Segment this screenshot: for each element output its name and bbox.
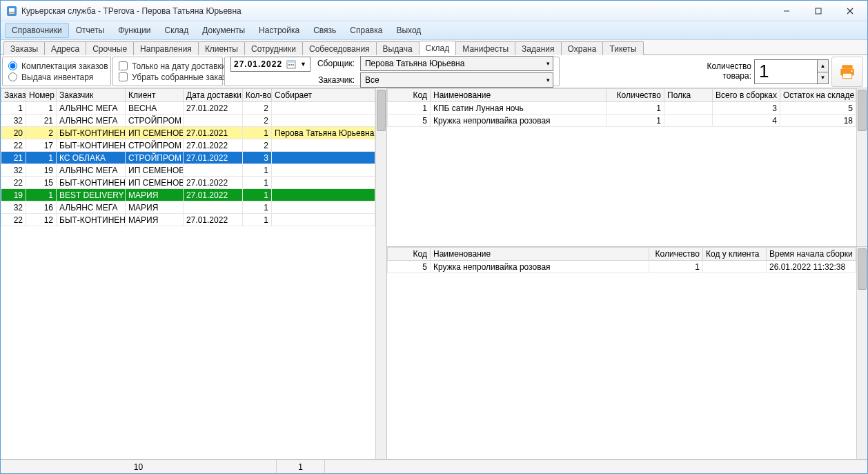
orders-grid[interactable]: ЗаказНомерЗаказчикКлиентДата доставкиКол… bbox=[1, 88, 375, 459]
statusbar: 10 1 bbox=[1, 460, 867, 473]
column-header[interactable]: Клиент bbox=[126, 89, 184, 102]
svg-rect-1 bbox=[9, 8, 14, 12]
column-header[interactable]: Остаток на складе bbox=[780, 89, 856, 102]
column-header[interactable]: Наименование bbox=[431, 248, 649, 261]
menu-item-7[interactable]: Справка bbox=[343, 23, 389, 38]
column-header[interactable]: Всего в сборках bbox=[713, 89, 780, 102]
table-row[interactable]: 1КПБ сатин Лунная ночь135 bbox=[388, 102, 856, 115]
stock-scrollbar[interactable] bbox=[856, 88, 867, 246]
column-header[interactable]: Код bbox=[388, 89, 431, 102]
svg-point-15 bbox=[851, 70, 852, 71]
column-header[interactable]: Номер bbox=[26, 89, 57, 102]
column-header[interactable]: Код bbox=[388, 248, 431, 261]
menu-item-3[interactable]: Склад bbox=[157, 23, 195, 38]
menubar: СправочникиОтчетыФункцииСкладДокументыНа… bbox=[1, 21, 867, 40]
quantity-spinner[interactable]: 1 ▲ ▼ bbox=[754, 59, 829, 84]
tab-11[interactable]: Охрана bbox=[561, 41, 604, 55]
tab-5[interactable]: Сотрудники bbox=[244, 41, 303, 55]
menu-item-1[interactable]: Отчеты bbox=[69, 23, 111, 38]
mode-option-inventory[interactable]: Выдача инвентаря bbox=[8, 72, 105, 82]
mode-panel: Комплектация заказов Выдача инвентаря bbox=[2, 57, 111, 86]
calendar-icon[interactable] bbox=[286, 59, 296, 69]
left-pane: ЗаказНомерЗаказчикКлиентДата доставкиКол… bbox=[1, 88, 387, 459]
tab-7[interactable]: Выдача bbox=[376, 41, 420, 55]
table-row[interactable]: 2215БЫТ-КОНТИНЕНТИП СЕМЕНОВ27.01.20221 bbox=[1, 177, 375, 189]
table-row[interactable]: 5Кружка непроливайка розовая126.01.2022 … bbox=[388, 261, 856, 273]
quantity-value[interactable]: 1 bbox=[755, 61, 817, 82]
picking-grid[interactable]: КодНаименованиеКоличествоКод у клиентаВр… bbox=[387, 247, 856, 459]
svg-rect-10 bbox=[290, 64, 292, 66]
date-value: 27.01.2022 bbox=[234, 59, 282, 69]
column-header[interactable]: Заказ bbox=[1, 89, 26, 102]
quantity-label: Количество товара: bbox=[707, 62, 751, 80]
svg-rect-8 bbox=[287, 61, 295, 63]
picker-select[interactable]: Перова Татьяна Юрьевна▾ bbox=[360, 56, 553, 71]
app-window: Курьерская служба - TPerova - Перова Тат… bbox=[0, 0, 868, 474]
tabbar: ЗаказыАдресаСрочныеНаправленияКлиентыСот… bbox=[1, 40, 867, 55]
quantity-down-button[interactable]: ▼ bbox=[817, 72, 828, 83]
tab-6[interactable]: Собеседования bbox=[302, 41, 377, 55]
column-header[interactable]: Кол-во bbox=[243, 89, 272, 102]
tab-9[interactable]: Манифесты bbox=[455, 41, 515, 55]
menu-item-8[interactable]: Выход bbox=[389, 23, 428, 38]
date-picker[interactable]: 27.01.2022 ▼ bbox=[230, 57, 310, 72]
picker-label: Сборщик: bbox=[313, 59, 355, 68]
tab-3[interactable]: Направления bbox=[133, 41, 199, 55]
picking-scrollbar[interactable] bbox=[856, 247, 867, 459]
column-header[interactable]: Собирает bbox=[272, 89, 375, 102]
column-header[interactable]: Полка bbox=[664, 89, 713, 102]
table-row[interactable]: 2212БЫТ-КОНТИНЕНТМАРИЯ27.01.20221 bbox=[1, 214, 375, 226]
quantity-block: Количество товара: 1 ▲ ▼ bbox=[707, 57, 866, 86]
menu-item-5[interactable]: Настройка bbox=[252, 23, 306, 38]
stock-grid[interactable]: КодНаименованиеКоличествоПолкаВсего в сб… bbox=[387, 88, 856, 246]
tab-4[interactable]: Клиенты bbox=[198, 41, 245, 55]
tab-12[interactable]: Тикеты bbox=[602, 41, 643, 55]
table-row[interactable]: 11АЛЬЯНС МЕГАВЕСНА27.01.20222 bbox=[1, 102, 375, 115]
table-row[interactable]: 211КС ОБЛАКАСТРОЙПРОМ27.01.20223 bbox=[1, 152, 375, 164]
svg-rect-12 bbox=[842, 65, 852, 68]
table-row[interactable]: 202БЫТ-КОНТИНЕНТИП СЕМЕНОВ27.01.20211Пер… bbox=[1, 127, 375, 139]
table-row[interactable]: 191BEST DELIVERYМАРИЯ27.01.20221 bbox=[1, 189, 375, 201]
column-header[interactable]: Код у клиента bbox=[703, 248, 767, 261]
column-header[interactable]: Время начала сборки bbox=[767, 248, 856, 261]
chevron-down-icon[interactable]: ▼ bbox=[300, 61, 307, 68]
orders-scrollbar[interactable] bbox=[375, 88, 386, 459]
menu-item-2[interactable]: Функции bbox=[111, 23, 157, 38]
menu-item-4[interactable]: Документы bbox=[195, 23, 252, 38]
status-cell-2: 1 bbox=[277, 460, 325, 473]
quantity-up-button[interactable]: ▲ bbox=[817, 60, 828, 72]
table-row[interactable]: 5Кружка непроливайка розовая1418 bbox=[388, 115, 856, 127]
tab-1[interactable]: Адреса bbox=[44, 41, 86, 55]
svg-rect-14 bbox=[843, 73, 852, 79]
remove-collected-checkbox[interactable]: Убрать собранные заказы bbox=[119, 72, 217, 82]
customer-label: Заказчик: bbox=[313, 75, 355, 85]
column-header[interactable]: Заказчик bbox=[57, 89, 126, 102]
tab-8[interactable]: Склад bbox=[419, 41, 457, 55]
table-row[interactable]: 3221АЛЬЯНС МЕГАСТРОЙПРОМ2 bbox=[1, 115, 375, 127]
only-date-checkbox[interactable]: Только на дату доставки: bbox=[119, 61, 217, 71]
svg-rect-4 bbox=[816, 8, 821, 14]
tab-10[interactable]: Задания bbox=[515, 41, 561, 55]
chevron-down-icon: ▾ bbox=[546, 60, 550, 67]
column-header[interactable]: Дата доставки bbox=[184, 89, 243, 102]
filters-panel: Только на дату доставки: Убрать собранны… bbox=[112, 57, 223, 86]
tab-0[interactable]: Заказы bbox=[3, 41, 45, 55]
table-row[interactable]: 3219АЛЬЯНС МЕГАИП СЕМЕНОВ1 bbox=[1, 164, 375, 177]
close-button[interactable] bbox=[834, 1, 866, 21]
app-icon bbox=[6, 6, 17, 17]
mode-option-picking[interactable]: Комплектация заказов bbox=[8, 61, 105, 71]
print-button[interactable] bbox=[831, 57, 863, 87]
tab-2[interactable]: Срочные bbox=[86, 41, 134, 55]
table-row[interactable]: 3216АЛЬЯНС МЕГАМАРИЯ1 bbox=[1, 201, 375, 214]
column-header[interactable]: Наименование bbox=[431, 89, 606, 102]
table-row[interactable]: 2217БЫТ-КОНТИНЕНТСТРОЙПРОМ27.01.20222 bbox=[1, 139, 375, 152]
column-header[interactable]: Количество bbox=[606, 89, 664, 102]
customer-select[interactable]: Все▾ bbox=[360, 72, 553, 88]
minimize-button[interactable] bbox=[771, 1, 802, 21]
toolbar: Комплектация заказов Выдача инвентаря То… bbox=[1, 55, 867, 88]
maximize-button[interactable] bbox=[802, 1, 834, 21]
menu-item-0[interactable]: Справочники bbox=[5, 23, 69, 38]
column-header[interactable]: Количество bbox=[649, 248, 703, 261]
status-cell-1: 10 bbox=[1, 460, 277, 473]
menu-item-6[interactable]: Связь bbox=[306, 23, 343, 38]
